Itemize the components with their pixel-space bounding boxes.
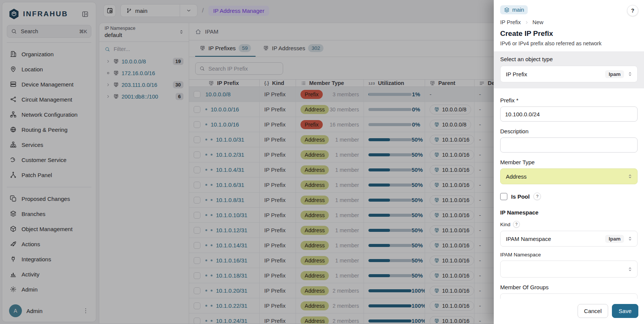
- chevron-updown-icon: [627, 71, 633, 77]
- breadcrumb-parent[interactable]: IP Prefix: [500, 19, 521, 25]
- ipam-namespace-select[interactable]: [500, 261, 638, 278]
- object-type-section: Select an object type IP Prefix Ipam: [494, 51, 644, 88]
- is-pool-help-icon[interactable]: ?: [533, 193, 541, 200]
- ip-namespace-section-title: IP Namespace: [500, 209, 638, 216]
- chevron-updown-icon: [627, 266, 633, 272]
- help-button[interactable]: ?: [627, 5, 638, 16]
- member-of-groups-select[interactable]: [500, 293, 638, 299]
- layers-icon: [504, 7, 510, 13]
- object-type-label: Select an object type: [500, 56, 638, 62]
- description-field-input[interactable]: [500, 137, 638, 153]
- create-prefix-panel: ? main IP Prefix New Create IP Prefix IP…: [494, 0, 644, 324]
- panel-title: Create IP Prefix: [500, 29, 638, 38]
- cancel-button[interactable]: Cancel: [578, 304, 608, 318]
- breadcrumb-current: New: [533, 19, 544, 25]
- panel-breadcrumb: IP Prefix New: [500, 19, 638, 25]
- save-button[interactable]: Save: [612, 304, 638, 318]
- kind-value: IPAM Namespace: [506, 236, 605, 242]
- branch-badge-label: main: [512, 7, 524, 13]
- member-type-value: Address: [506, 173, 627, 180]
- is-pool-label: Is Pool: [511, 193, 530, 200]
- panel-subtitle: IPv6 or IPv4 prefix also referred as net…: [500, 40, 638, 51]
- chevron-updown-icon: [627, 173, 633, 179]
- branch-badge: main: [500, 5, 528, 14]
- description-field-label: Description: [500, 128, 638, 134]
- chevron-right-icon: [524, 20, 529, 25]
- prefix-field-label: Prefix *: [500, 97, 638, 103]
- object-type-select[interactable]: IP Prefix Ipam: [500, 66, 638, 82]
- kind-help-icon[interactable]: ?: [513, 221, 520, 228]
- member-type-select[interactable]: Address: [500, 168, 638, 184]
- is-pool-checkbox[interactable]: [500, 193, 507, 200]
- kind-badge: Ipam: [605, 235, 624, 243]
- ipam-namespace-label: IPAM Namespace: [500, 252, 541, 258]
- chevron-updown-icon: [627, 236, 633, 242]
- member-of-groups-label: Member Of Groups: [500, 284, 638, 290]
- prefix-field-input[interactable]: [500, 106, 638, 122]
- kind-label: Kind: [500, 222, 510, 227]
- object-type-value: IP Prefix: [506, 71, 605, 77]
- kind-select[interactable]: IPAM Namespace Ipam: [500, 231, 638, 247]
- kind-badge: Ipam: [605, 70, 624, 78]
- member-type-label: Member Type: [500, 159, 638, 165]
